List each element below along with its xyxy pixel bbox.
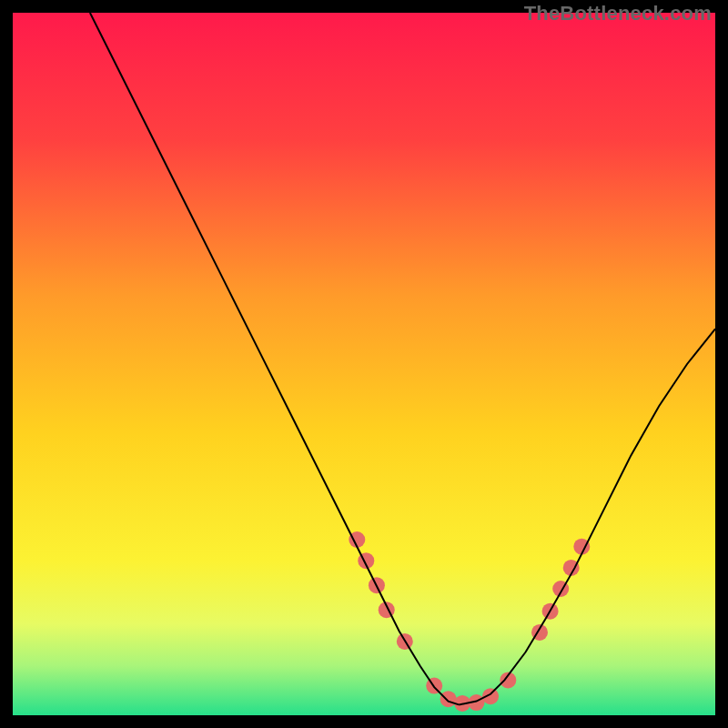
bottleneck-chart: [13, 13, 715, 715]
highlight-dot: [440, 691, 457, 707]
chart-frame: [13, 13, 715, 715]
watermark-text: TheBottleneck.com: [524, 2, 712, 25]
chart-background: [13, 13, 715, 715]
